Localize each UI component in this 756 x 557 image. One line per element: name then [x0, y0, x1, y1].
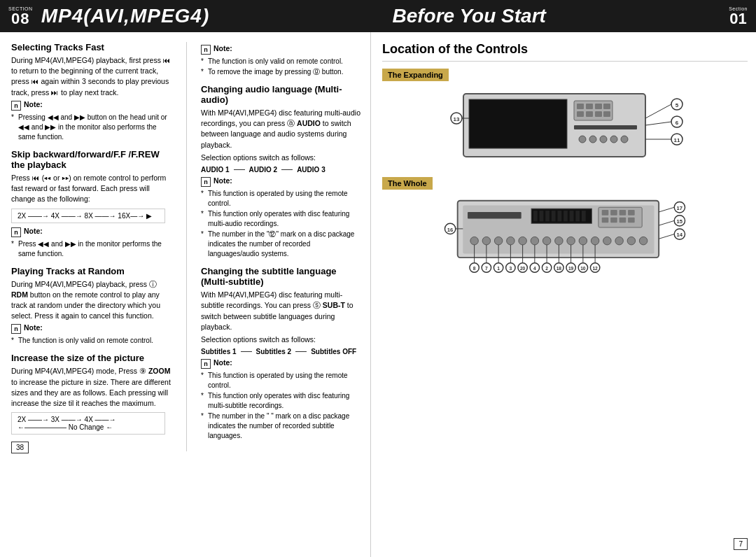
audio-chain: AUDIO 1 AUDIO 2 AUDIO 3: [201, 166, 362, 174]
audio-bullet-3: The number in the "⑫" mark on a disc pac…: [201, 230, 362, 259]
audio-bullet-1: This function is operated by using the r…: [201, 189, 362, 209]
svg-line-26: [645, 104, 671, 118]
svg-text:3: 3: [510, 266, 512, 271]
dash-1: [234, 169, 245, 170]
audio-3: AUDIO 3: [297, 166, 326, 174]
svg-rect-44: [610, 210, 617, 216]
svg-rect-38: [564, 211, 568, 221]
top-note: Note:: [214, 44, 232, 52]
svg-rect-10: [603, 111, 610, 117]
svg-rect-46: [628, 210, 635, 216]
note-icon-sub: n: [201, 359, 211, 369]
svg-text:10: 10: [580, 266, 586, 271]
svg-text:18: 18: [556, 266, 562, 271]
svg-rect-6: [603, 104, 610, 109]
svg-point-60: [579, 237, 587, 245]
header-right: Section 01: [720, 0, 756, 32]
sub-bullet-3: The number in the " " mark on a disc pac…: [201, 411, 362, 441]
left-column: Selecting Tracks Fast During MP4(AVI,MPE…: [0, 32, 371, 557]
svg-point-14: [600, 136, 607, 143]
zoom-seq: 2X ——→ 3X ——→ 4X ——→: [18, 416, 116, 423]
random-body: During MP4(AVI,MPEG4) playback, press ⓘ …: [11, 279, 172, 322]
svg-rect-11: [574, 125, 637, 129]
svg-text:17: 17: [677, 205, 683, 211]
svg-text:4: 4: [533, 266, 536, 271]
top-bullet-1: The function is only valid on remote con…: [201, 57, 362, 66]
random-title: Playing Tracks at Random: [11, 266, 172, 276]
left-subcol2: n Note: The function is only valid on re…: [201, 42, 362, 451]
page-num-right: 7: [734, 538, 748, 550]
top-bullet-2: To remove the image by pressing ⓖ button…: [201, 67, 362, 77]
svg-rect-36: [552, 211, 556, 221]
random-note: Note:: [24, 323, 43, 332]
header: Section 08 MP4(AVI,MPEG4) Before You Sta…: [0, 0, 756, 32]
svg-point-54: [507, 237, 515, 245]
audio-selection: Selection options switch as follows:: [201, 153, 362, 163]
note-icon-audio: n: [201, 177, 211, 187]
svg-text:19: 19: [568, 266, 574, 271]
bottom-device-svg: 16 17 15 14 8 7: [435, 195, 694, 276]
increase-body: During MP4(AVI,MPEG4) mode, Press ⑨ ZOOM…: [11, 366, 172, 409]
svg-point-53: [494, 237, 503, 245]
svg-rect-4: [586, 104, 593, 109]
svg-rect-45: [620, 210, 626, 216]
svg-rect-34: [540, 211, 544, 221]
audio-2: AUDIO 2: [249, 166, 278, 174]
svg-rect-7: [577, 111, 584, 117]
svg-point-15: [610, 136, 617, 143]
svg-text:13: 13: [454, 116, 460, 122]
svg-rect-47: [602, 218, 609, 223]
random-bullet-1: The function is only valid on remote con…: [11, 336, 172, 346]
svg-point-16: [621, 136, 628, 143]
svg-point-63: [615, 237, 624, 245]
left-two-col: Selecting Tracks Fast During MP4(AVI,MPE…: [11, 42, 362, 451]
svg-point-12: [579, 136, 586, 143]
subtitle-note-label: Note:: [214, 358, 232, 367]
svg-point-51: [470, 237, 479, 245]
header-left: Section 08 MP4(AVI,MPEG4): [0, 0, 218, 32]
expanding-label: The Expanding: [382, 69, 449, 81]
page-num-left: 38: [11, 442, 29, 453]
subtitle-body: With MP4(AVI,MPEG4) disc featuring multi…: [201, 290, 362, 332]
top-device-svg: 13 5 6 11: [442, 87, 687, 167]
svg-text:8: 8: [473, 266, 476, 271]
random-note-label: Note:: [24, 323, 43, 332]
svg-text:12: 12: [592, 266, 598, 271]
svg-rect-50: [628, 218, 635, 223]
section-number-left: 08: [11, 11, 29, 27]
bottom-device-diagram: 16 17 15 14 8 7: [382, 195, 748, 276]
sub-2: Subtitles 2: [256, 348, 292, 355]
svg-point-57: [542, 237, 551, 245]
right-inner: Location of the Controls The Expanding: [382, 42, 748, 550]
audio-bullet-2: This function only operates with disc fe…: [201, 209, 362, 229]
svg-rect-41: [582, 211, 586, 221]
subtitle-selection: Selection options switch as follows:: [201, 334, 362, 345]
svg-point-65: [639, 237, 648, 245]
svg-text:14: 14: [677, 232, 683, 238]
sub-dash-2: [295, 351, 307, 352]
top-device-diagram: 13 5 6 11: [382, 87, 748, 167]
section-box-left: Section 08: [8, 6, 33, 27]
svg-point-61: [591, 237, 599, 245]
skip-note: Note:: [24, 227, 43, 235]
header-subtitle: Before You Start: [218, 5, 720, 27]
selecting-tracks-title: Selecting Tracks Fast: [11, 42, 172, 52]
svg-rect-33: [533, 211, 538, 221]
sub-off: Subtitles OFF: [311, 348, 356, 355]
svg-line-75: [659, 207, 674, 212]
svg-point-64: [627, 237, 636, 245]
speed-seq: 2X ——→ 4X ——→ 8X ——→ 16X—→ ▶: [18, 212, 152, 220]
selecting-note-label: Note:: [24, 100, 43, 108]
audio-note-box: n Note:: [201, 176, 362, 187]
svg-rect-40: [575, 211, 580, 221]
sub-chain: Subtitles 1 Subtitles 2 Subtitles OFF: [201, 348, 362, 355]
svg-text:6: 6: [676, 120, 679, 126]
location-title: Location of the Controls: [382, 42, 748, 62]
svg-rect-5: [595, 104, 602, 109]
svg-point-56: [531, 237, 539, 245]
section-box-right: Section 01: [729, 6, 748, 27]
top-note-label: Note:: [214, 44, 232, 52]
note-icon-2: n: [11, 227, 21, 237]
svg-text:16: 16: [447, 227, 454, 233]
svg-point-58: [555, 237, 564, 245]
